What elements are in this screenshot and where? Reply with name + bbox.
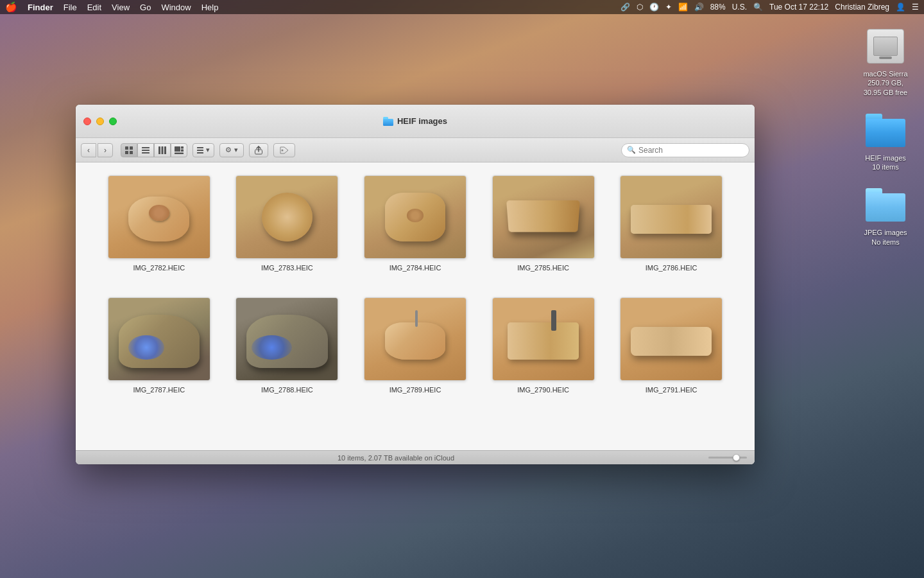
vpn-icon[interactable]: 🔗 <box>620 3 630 12</box>
status-text: 10 items, 2.07 TB available on iCloud <box>83 454 708 462</box>
title-folder-icon <box>383 117 393 126</box>
list-item[interactable]: IMG_2786.HEIC <box>613 175 729 272</box>
go-menu[interactable]: Go <box>140 3 151 12</box>
file-label: IMG_2790.HEIC <box>517 386 569 394</box>
tag-button[interactable] <box>273 143 295 157</box>
svg-rect-10 <box>175 146 180 152</box>
maximize-button[interactable] <box>109 118 117 125</box>
svg-rect-7 <box>158 146 160 154</box>
notification-center-icon[interactable]: ☰ <box>912 3 919 12</box>
file-label: IMG_2782.HEIC <box>133 264 185 272</box>
help-menu[interactable]: Help <box>201 3 219 12</box>
heif-folder-icon <box>866 114 905 147</box>
list-item[interactable]: IMG_2788.HEIC <box>229 297 345 394</box>
finder-window: HEIF images ‹ › <box>76 105 755 464</box>
thumbnail-image <box>364 176 466 258</box>
file-label: IMG_2789.HEIC <box>389 386 441 394</box>
jpeg-folder-icon <box>866 188 905 222</box>
list-item[interactable]: IMG_2789.HEIC <box>357 297 473 394</box>
thumbnail-image <box>236 298 338 380</box>
thumbnail-image <box>620 298 722 380</box>
locale-indicator: U.S. <box>732 3 747 12</box>
macos-sierra-sublabel: 250.79 GB, 30.95 GB free <box>860 78 911 97</box>
file-label: IMG_2791.HEIC <box>646 386 697 394</box>
view-column-button[interactable] <box>154 143 171 157</box>
time-machine-icon[interactable]: 🕐 <box>649 3 659 12</box>
datetime: Tue Oct 17 22:12 <box>769 3 828 12</box>
svg-rect-15 <box>197 150 203 151</box>
list-item[interactable]: IMG_2791.HEIC <box>613 297 729 394</box>
svg-rect-12 <box>181 149 184 152</box>
file-thumbnail <box>492 175 595 259</box>
bluetooth-icon[interactable]: ⬡ <box>637 3 643 12</box>
svg-rect-9 <box>164 146 166 154</box>
svg-rect-8 <box>162 146 164 154</box>
slider-thumb[interactable] <box>733 454 740 461</box>
file-label: IMG_2783.HEIC <box>261 264 313 272</box>
wifi-icon[interactable]: 📶 <box>678 3 688 12</box>
list-item[interactable]: IMG_2784.HEIC <box>357 175 473 272</box>
view-icon-button[interactable] <box>121 143 137 157</box>
svg-rect-6 <box>142 152 150 153</box>
file-label: IMG_2787.HEIC <box>133 386 185 394</box>
back-button[interactable]: ‹ <box>81 143 96 157</box>
list-item[interactable]: IMG_2790.HEIC <box>486 297 601 394</box>
file-thumbnail <box>108 297 210 381</box>
desktop-icon-heif-images[interactable]: HEIF images 10 items <box>860 110 911 172</box>
status-bar: 10 items, 2.07 TB available on iCloud <box>76 450 755 464</box>
search-input[interactable] <box>638 146 744 155</box>
thumbnail-image <box>364 298 466 380</box>
file-thumbnail <box>235 175 338 259</box>
arrange-dropdown[interactable]: ▾ <box>193 143 214 157</box>
search-icon[interactable]: 🔍 <box>753 3 763 12</box>
file-menu[interactable]: File <box>64 3 77 12</box>
view-list-button[interactable] <box>137 143 154 157</box>
heif-images-sublabel: 10 items <box>865 162 906 171</box>
toolbar: ‹ › <box>76 138 755 162</box>
svg-rect-4 <box>142 147 150 148</box>
desktop-icon-macos-sierra[interactable]: macOS Sierra 250.79 GB, 30.95 GB free <box>860 26 911 97</box>
content-area: IMG_2782.HEIC IMG_2783.HEIC IMG_2784.HEI… <box>76 162 755 450</box>
list-item[interactable]: IMG_2785.HEIC <box>486 175 601 272</box>
search-box[interactable]: 🔍 <box>621 143 749 157</box>
forward-button[interactable]: › <box>98 143 113 157</box>
file-thumbnail <box>108 175 210 259</box>
file-thumbnail <box>364 175 466 259</box>
minimize-button[interactable] <box>96 118 104 125</box>
list-item[interactable]: IMG_2782.HEIC <box>101 175 217 272</box>
title-bar: HEIF images <box>76 105 755 138</box>
action-dropdown-arrow: ▾ <box>234 146 238 154</box>
slider-track <box>708 457 747 459</box>
action-button[interactable]: ⚙ ▾ <box>219 143 244 157</box>
file-thumbnail <box>235 297 338 381</box>
traffic-lights <box>83 118 117 125</box>
file-thumbnail <box>620 175 723 259</box>
view-menu[interactable]: View <box>112 3 130 12</box>
hdd-icon <box>867 29 904 64</box>
close-button[interactable] <box>83 118 91 125</box>
macos-sierra-label: macOS Sierra <box>860 69 911 78</box>
apple-menu[interactable]: 🍎 <box>5 1 17 13</box>
size-slider[interactable] <box>708 457 747 459</box>
desktop-icon-jpeg-images[interactable]: JPEG images No items <box>860 184 911 247</box>
thumbnail-image <box>493 298 594 380</box>
volume-icon[interactable]: 🔊 <box>694 3 704 12</box>
user-avatar[interactable]: 👤 <box>896 3 905 12</box>
thumbnail-image <box>108 176 210 258</box>
action-gear-icon: ⚙ <box>225 146 232 154</box>
list-item[interactable]: IMG_2783.HEIC <box>229 175 345 272</box>
share-button[interactable] <box>249 143 268 157</box>
finder-menu[interactable]: Finder <box>28 3 53 12</box>
view-gallery-button[interactable] <box>171 143 187 157</box>
window-title: HEIF images <box>397 116 447 126</box>
thumbnail-image <box>493 176 594 258</box>
svg-rect-14 <box>197 147 203 148</box>
window-menu[interactable]: Window <box>161 3 191 12</box>
list-item[interactable]: IMG_2787.HEIC <box>101 297 217 394</box>
file-row-1: IMG_2782.HEIC IMG_2783.HEIC IMG_2784.HEI… <box>95 175 735 272</box>
view-buttons <box>121 143 187 157</box>
jpeg-images-label: JPEG images <box>864 228 907 237</box>
edit-menu[interactable]: Edit <box>87 3 101 12</box>
search-magnifier-icon: 🔍 <box>627 146 636 154</box>
bluetooth2-icon[interactable]: ✦ <box>665 3 672 12</box>
